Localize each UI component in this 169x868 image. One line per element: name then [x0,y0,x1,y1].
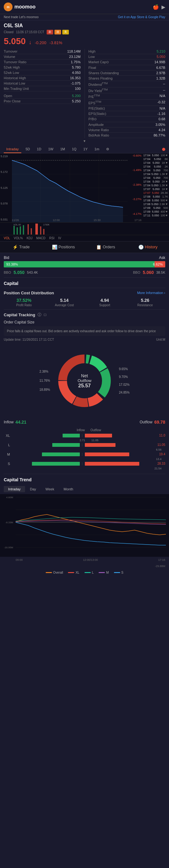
main-tabs: ⚡ Trade 📊 Positions 📋 Orders 🕐 History [0,241,169,253]
ind-vol[interactable]: VOL [4,237,10,240]
legend-s-dot [114,572,120,573]
cap-track-header: Capital Tracking ⓘ □ [0,310,169,319]
tab-trade[interactable]: ⚡ Trade [0,241,42,253]
stat-hist-low: Historical Low -1.075 [4,81,81,86]
history-icon: 🕐 [138,245,144,250]
legend-m-dot [99,572,105,573]
donut-label-l3: 18.89% [39,388,50,392]
bid-ask-header: Bid Ask [4,255,165,260]
tab-1min[interactable]: 1m [92,146,102,153]
status-badges: 新 港 美 [47,30,69,34]
svg-rect-14 [28,224,29,235]
more-info-link[interactable]: More Information › [137,291,165,294]
chart-settings[interactable]: ⚙ [104,146,112,153]
bid-ask-section: Bid Ask 93.38% 6.62% BBO 5.050 543.4K BB… [0,253,169,277]
chart-price-3: 5.125 [1,186,8,189]
s-outflow-val: 28.33 [154,462,165,465]
x-label-3: 17:16 [158,558,165,561]
cap-track-title: Capital Tracking [4,312,35,317]
tab-history[interactable]: 🕐 History [127,241,169,253]
tagline-left: Next trade Let's moomoo [4,16,38,19]
stat-high: High 5.210 [89,49,166,54]
donut-chart: Net Outflow 25.57 [53,349,116,412]
xl-inflow-bar [63,434,80,437]
m-outflow-val: 19.4 [154,453,165,456]
xl-outflow-val: 11.0 [154,434,165,437]
share-icon[interactable]: □ [44,312,46,317]
stat-turnover: Turnover 118.14M [4,49,81,54]
tab-1y[interactable]: 1Y [81,146,90,153]
ob-row-7: 17:045.050700 [142,176,169,180]
ind-kdj[interactable]: KDJ [27,237,33,240]
tab-1d[interactable]: 1D [34,146,44,153]
trend-tab-week[interactable]: Week [41,486,59,492]
order-cap-size-title: Order Capital Size [0,319,169,326]
tab-orders[interactable]: 📋 Orders [84,241,127,253]
legend-xl-dot [68,572,74,573]
pct-4: -3.27% [132,197,141,201]
expand-btn[interactable]: ▼ [0,138,169,144]
ind-iv[interactable]: IV [58,237,61,240]
ob-row-10: 17:075.0501K▼ [142,187,169,191]
donut-left-labels: 2.38% 11.76% 18.89% [39,370,50,392]
tab-1m[interactable]: 1M [58,146,67,153]
ob-row-5: 17:045.050700 [142,168,169,172]
chart-area: 5.219 5.172 5.125 5.078 5.031 -0.60% -1.… [0,153,169,222]
stat-pe-static: P/E(Static) N/A [89,106,166,111]
apple-icon[interactable]: 🍎 [153,4,159,10]
pos-avg-cost: 5.14 Average Cost [44,298,84,307]
android-icon[interactable]: ▶ [162,4,165,10]
s-inflow-bar [32,462,80,466]
pos-cost-title: Position Cost Distribution [4,290,54,295]
tagline: Next trade Let's moomoo Get it on App St… [0,14,169,20]
tab-1q[interactable]: 1Q [69,146,79,153]
badge-3: 美 [62,30,69,34]
tab-1w[interactable]: 1W [46,146,56,153]
stats-right-2: P/ETTM N/A EPSTTM -0.32 P/E(Static) N/A … [85,93,166,138]
svg-rect-11 [16,227,18,235]
bbo-ask-price: 5.060 [143,270,154,275]
tab-5d[interactable]: 5D [23,146,33,153]
svg-rect-17 [40,226,41,235]
m-outflow-bar [85,453,129,456]
tab-intraday[interactable]: Intraday [4,146,21,153]
l-inflow-bar [52,443,79,447]
price-block: 5.050 ↓ -0.200 -3.81% [0,36,169,49]
ob-row-12: 17:085.0501.7K [142,195,169,198]
badge-1: 新 [47,30,53,34]
size-label-xl: XL [4,434,10,437]
xl-values: 2.71 11.05 [4,439,165,443]
inflow-item: Inflow 44.21 [4,420,26,425]
live-dot [162,148,165,151]
size-row-xl: XL | 11.0 [4,434,165,437]
l-outflow-bar [85,443,115,447]
capital-title: Capital [0,278,169,288]
size-chart: Inflow Outflow XL | 11.0 2.71 11.05 L | … [0,426,169,474]
bbo-ask-label: BBO [133,271,140,274]
donut-svg [53,349,116,412]
svg-text:-16.95M: -16.95M [4,546,13,549]
legend-l: L [84,571,94,574]
pct-labels: -0.60% -1.49% -2.38% -3.27% -4.17% [132,153,141,216]
ind-rsi[interactable]: RSI [49,237,55,240]
trend-tab-month[interactable]: Month [59,486,78,492]
legend-l-dot [84,572,91,573]
ind-macd[interactable]: MACD [36,237,45,240]
svg-rect-15 [31,228,32,235]
ob-row-3: 17:045.0501K▼ [142,161,169,165]
tab-positions[interactable]: 📊 Positions [42,241,84,253]
stat-52wk-low: 52wk Low 4.050 [4,70,81,75]
stat-vol-ratio: Volume Ratio 4.24 [89,127,166,133]
tagline-right[interactable]: Get it on App Store & Google Play [118,16,165,19]
info-icon[interactable]: ⓘ [38,312,41,317]
l-outflow-val: 11.05 [154,443,165,446]
stat-min-unit: Min Trading Unit 100 [4,86,81,91]
orderbook: 17:045.050100▼ 17:045.0508K 17:045.0501K… [142,153,169,222]
stat-shares-outstanding: Shares Outstanding 2.97B [89,70,166,76]
trend-tab-intraday[interactable]: Intraday [4,486,25,492]
outflow-item: Outflow 69.78 [140,420,165,425]
ind-vol-pct[interactable]: VOL% [14,237,23,240]
pct-5: -4.17% [132,212,141,215]
stat-float: Float 6.67B [89,65,166,70]
trend-tab-day[interactable]: Day [26,486,41,492]
